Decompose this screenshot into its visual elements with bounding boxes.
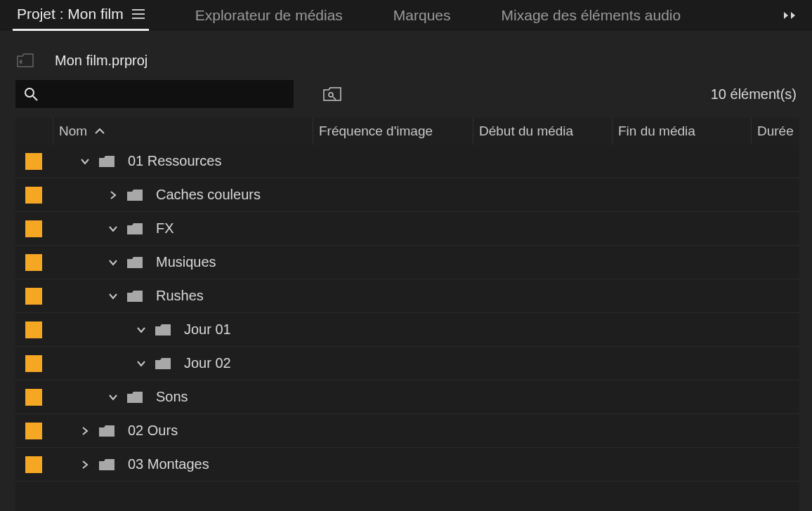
tab-media-browser[interactable]: Explorateur de médias xyxy=(191,0,347,31)
tab-label: Projet : Mon film xyxy=(17,6,124,22)
chevron-down-icon[interactable] xyxy=(77,158,93,165)
bin-name: 02 Ours xyxy=(128,423,178,439)
table-row[interactable]: Sons xyxy=(15,380,799,414)
breadcrumb: Mon film.prproj xyxy=(0,46,812,74)
bin-name: 03 Montages xyxy=(128,456,209,472)
column-fps[interactable]: Fréquence d'image xyxy=(313,118,473,145)
folder-icon xyxy=(126,289,143,303)
bin-name: Caches couleurs xyxy=(156,187,261,203)
tab-project[interactable]: Projet : Mon film xyxy=(13,0,149,31)
chevron-right-icon[interactable] xyxy=(105,190,121,200)
chevron-right-icon[interactable] xyxy=(77,460,93,470)
bin-table: Nom Fréquence d'image Début du média Fin… xyxy=(0,118,812,511)
table-row[interactable]: 02 Ours xyxy=(15,414,799,448)
chevron-down-icon[interactable] xyxy=(133,326,149,333)
tab-label: Explorateur de médias xyxy=(195,7,343,24)
label-color-swatch[interactable] xyxy=(25,220,42,237)
column-label: Nom xyxy=(59,124,87,139)
label-color-swatch[interactable] xyxy=(25,321,42,338)
label-color-swatch[interactable] xyxy=(25,456,42,473)
svg-line-6 xyxy=(333,97,336,100)
folder-icon xyxy=(126,255,143,270)
column-label: Fréquence d'image xyxy=(319,124,433,139)
chevron-down-icon[interactable] xyxy=(105,293,121,300)
column-label: Durée xyxy=(757,124,794,139)
bin-name: Sons xyxy=(156,389,188,405)
folder-icon xyxy=(155,323,171,337)
label-color-swatch[interactable] xyxy=(25,288,42,305)
project-panel: Projet : Mon film Explorateur de médias … xyxy=(0,0,812,511)
column-end[interactable]: Fin du média xyxy=(613,118,752,145)
item-count: 10 élément(s) xyxy=(711,86,798,102)
up-folder-icon[interactable] xyxy=(17,53,34,67)
svg-point-3 xyxy=(25,88,34,97)
label-color-swatch[interactable] xyxy=(25,389,42,406)
search-icon xyxy=(24,87,38,101)
search-row: 10 élément(s) xyxy=(0,74,812,118)
column-name[interactable]: Nom xyxy=(53,118,313,145)
table-row[interactable]: Caches couleurs xyxy=(15,178,799,212)
hamburger-icon[interactable] xyxy=(132,9,145,19)
column-duration[interactable]: Durée xyxy=(752,118,799,145)
tab-markers[interactable]: Marques xyxy=(389,0,455,31)
folder-icon xyxy=(98,424,115,438)
column-label-color[interactable] xyxy=(15,118,53,145)
search-box[interactable] xyxy=(15,80,294,108)
table-body: 01 RessourcesCaches couleursFXMusiquesRu… xyxy=(15,145,799,511)
folder-icon xyxy=(98,154,115,168)
table-row[interactable]: Jour 02 xyxy=(15,347,799,380)
freeform-view-icon[interactable] xyxy=(322,84,343,105)
chevron-down-icon[interactable] xyxy=(105,225,121,232)
chevron-down-icon[interactable] xyxy=(133,360,149,367)
table-header: Nom Fréquence d'image Début du média Fin… xyxy=(15,118,799,145)
label-color-swatch[interactable] xyxy=(25,187,42,204)
svg-point-5 xyxy=(329,93,333,97)
column-label: Fin du média xyxy=(618,124,695,139)
bin-name: Musiques xyxy=(156,254,216,270)
search-input[interactable] xyxy=(44,87,285,102)
label-color-swatch[interactable] xyxy=(25,153,42,170)
table-row[interactable]: FX xyxy=(15,212,799,246)
label-color-swatch[interactable] xyxy=(25,254,42,271)
bin-name: 01 Ressources xyxy=(128,153,221,169)
tab-label: Marques xyxy=(393,7,451,24)
tab-audio-mix[interactable]: Mixage des éléments audio xyxy=(497,0,686,31)
folder-icon xyxy=(98,458,115,472)
chevron-right-icon[interactable] xyxy=(77,426,93,436)
column-start[interactable]: Début du média xyxy=(473,118,613,145)
chevron-up-icon xyxy=(94,128,105,135)
chevron-down-icon[interactable] xyxy=(105,259,121,266)
table-row[interactable]: Musiques xyxy=(15,246,799,279)
bin-name: FX xyxy=(156,220,174,237)
table-row[interactable]: Jour 01 xyxy=(15,313,799,347)
bin-name: Jour 02 xyxy=(184,355,231,371)
folder-icon xyxy=(126,222,143,236)
column-label: Début du média xyxy=(479,124,573,139)
label-color-swatch[interactable] xyxy=(25,423,42,439)
bin-name: Rushes xyxy=(156,288,204,304)
folder-icon xyxy=(126,188,143,202)
folder-icon xyxy=(155,357,171,371)
bin-name: Jour 01 xyxy=(184,321,231,338)
svg-line-4 xyxy=(33,96,37,100)
table-row[interactable]: Rushes xyxy=(15,279,799,313)
project-file-name: Mon film.prproj xyxy=(55,53,148,69)
table-row[interactable]: 03 Montages xyxy=(15,448,799,482)
label-color-swatch[interactable] xyxy=(25,355,42,372)
folder-icon xyxy=(126,390,143,404)
panel-tabs: Projet : Mon film Explorateur de médias … xyxy=(0,0,812,31)
chevron-down-icon[interactable] xyxy=(105,394,121,401)
table-row[interactable]: 01 Ressources xyxy=(15,145,799,178)
overflow-button[interactable] xyxy=(782,11,812,20)
tab-label: Mixage des éléments audio xyxy=(502,7,681,24)
